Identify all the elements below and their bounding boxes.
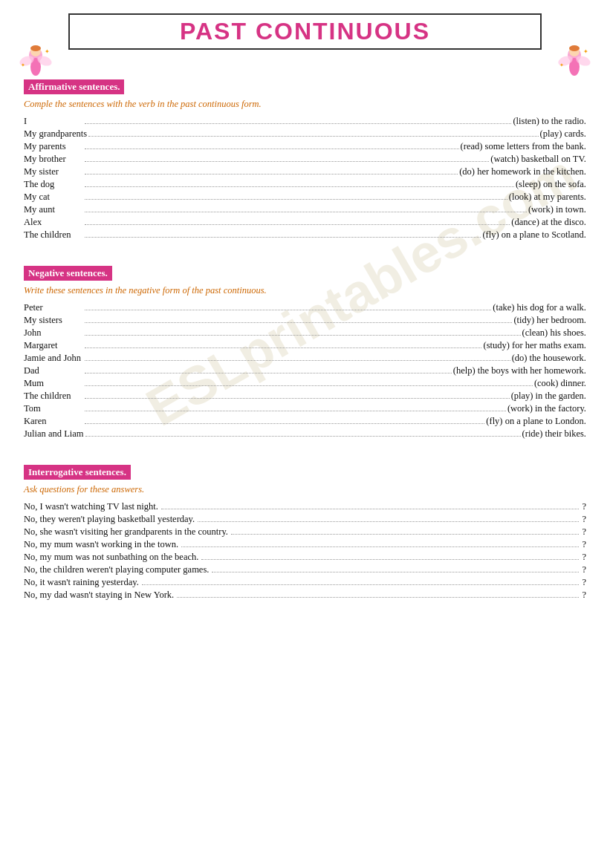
verb: (sleep) on the sofa. [516,179,586,190]
dots [85,373,452,373]
affirmative-row: Alex (dance) at the disco. [24,217,586,228]
affirmative-row: My brother (watch) basketball on TV. [24,154,586,165]
verb: (cook) dinner. [534,378,586,389]
subject: My parents [24,141,83,152]
negative-row: Dad (help) the boys with her homework. [24,365,586,376]
dots [85,123,511,124]
interrogative-header: Interrogative sentences. [24,465,131,480]
affirmative-row: The children (fly) on a plane to Scotlan… [24,229,586,241]
verb: (take) his dog for a walk. [493,302,586,313]
affirmative-instruction: Comple the sentences with the verb in th… [24,99,586,110]
subject: The dog [24,179,83,190]
verb: (fly) on a plane to Scotland. [482,229,586,241]
interrogative-row: No, it wasn't raining yesterday. ? [24,577,586,588]
dots [85,310,491,310]
subject: My brother [24,154,83,165]
affirmative-row: My aunt (work) in town. [24,204,586,215]
verb: (fly) on a plane to London. [486,416,586,427]
dots [85,149,459,149]
question-mark: ? [582,564,586,575]
negative-header: Negative sentences. [24,266,112,281]
affirmative-row: My parents (read) some letters from the … [24,141,586,152]
negative-instruction: Write these sentences in the negative fo… [24,285,586,296]
question-mark: ? [582,552,586,563]
inter-text: No, my dad wasn't staying in New York. [24,590,174,601]
negative-row: Peter (take) his dog for a walk. [24,302,586,313]
dots [85,174,458,174]
subject: My grandparents [24,128,87,140]
verb: (do) the housework. [512,353,586,364]
inter-text: No, it wasn't raining yesterday. [24,577,139,588]
subject: Dad [24,365,83,376]
dots [85,161,489,162]
subject: Karen [24,416,83,427]
subject: My sister [24,166,83,177]
dots [88,136,538,137]
dots [201,559,579,560]
subject: The children [24,229,83,241]
inter-text: No, they weren't playing basketball yest… [24,514,195,525]
verb: (listen) to the radio. [513,116,586,127]
dots [85,411,506,411]
subject: Alex [24,217,83,228]
dots [85,224,510,225]
dots [85,186,514,187]
interrogative-sentences: No, I wasn't watching TV last night. ? N… [24,501,586,601]
dots [177,597,579,598]
verb: (help) the boys with her homework. [453,365,586,376]
interrogative-row: No, my mum was not sunbathing on the bea… [24,552,586,563]
verb: (tidy) her bedroom. [513,315,586,326]
affirmative-sentences: I (listen) to the radio. My grandparents… [24,116,586,241]
interrogative-row: No, they weren't playing basketball yest… [24,514,586,525]
dots [85,423,484,424]
subject: Tom [24,403,83,414]
dots [142,584,580,585]
verb: (do) her homework in the kitchen. [459,166,586,177]
negative-row: Margaret (study) for her maths exam. [24,340,586,351]
affirmative-row: The dog (sleep) on the sofa. [24,179,586,190]
negative-row: The children (play) in the garden. [24,391,586,402]
question-mark: ? [582,539,586,550]
interrogative-row: No, she wasn't visiting her grandparents… [24,526,586,538]
affirmative-row: My grandparents (play) cards. [24,128,586,140]
dots [198,521,579,522]
subject: Margaret [24,340,83,351]
inter-text: No, I wasn't watching TV last night. [24,501,158,512]
affirmative-section: Affirmative sentences. Comple the senten… [24,69,586,241]
affirmative-header: Affirmative sentences. [24,79,124,94]
dots [85,322,512,323]
dots [212,572,579,572]
affirmative-row: I (listen) to the radio. [24,116,586,127]
verb: (work) in the factory. [507,403,586,414]
dots [85,436,521,437]
dots [161,509,579,509]
interrogative-row: No, I wasn't watching TV last night. ? [24,501,586,512]
inter-text: No, the children weren't playing compute… [24,564,209,575]
inter-text: No, my mum wasn't working in the town. [24,539,178,550]
dots [85,360,510,361]
negative-row: Tom (work) in the factory. [24,403,586,414]
dots [85,385,533,386]
subject: I [24,116,83,127]
subject: My aunt [24,204,83,215]
question-mark: ? [582,514,586,525]
page-title: PAST CONTINUOUS [70,18,540,45]
interrogative-row: No, my dad wasn't staying in New York. ? [24,590,586,601]
subject: John [24,327,83,339]
negative-row: John (clean) his shoes. [24,327,586,339]
dots [85,335,521,336]
verb: (clean) his shoes. [522,327,586,339]
dots [231,534,579,535]
subject: My cat [24,192,83,203]
subject: Mum [24,378,83,389]
interrogative-row: No, the children weren't playing compute… [24,564,586,575]
subject: Peter [24,302,83,313]
verb: (read) some letters from the bank. [461,141,586,152]
verb: (watch) basketball on TV. [490,154,586,165]
verb: (look) at my parents. [509,192,586,203]
dots [181,546,579,547]
verb: (play) in the garden. [511,391,586,402]
subject: My sisters [24,315,83,326]
interrogative-row: No, my mum wasn't working in the town. ? [24,539,586,550]
subject: Julian and Liam [24,428,84,440]
